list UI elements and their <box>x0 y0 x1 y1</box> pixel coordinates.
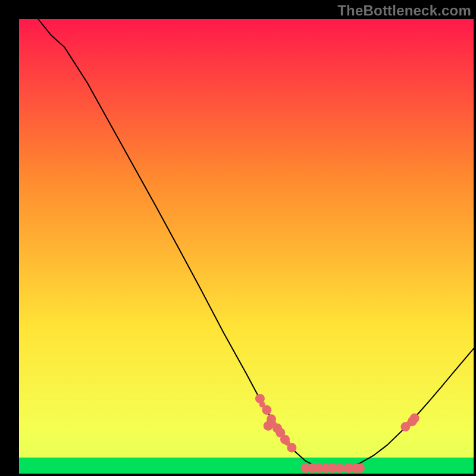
data-marker <box>312 465 318 471</box>
data-marker <box>406 421 412 427</box>
plot-background <box>19 19 474 474</box>
data-marker <box>284 440 290 446</box>
bottleneck-chart <box>0 0 476 476</box>
data-marker <box>271 421 277 427</box>
watermark-text: TheBottleneck.com <box>337 2 471 19</box>
chart-container: TheBottleneck.com <box>0 0 476 476</box>
data-marker <box>326 465 332 471</box>
data-marker <box>410 414 419 423</box>
data-marker <box>355 464 365 473</box>
data-marker <box>259 402 265 408</box>
data-marker <box>306 465 312 471</box>
data-marker <box>320 465 325 471</box>
data-marker <box>348 465 354 471</box>
data-marker <box>341 465 347 471</box>
